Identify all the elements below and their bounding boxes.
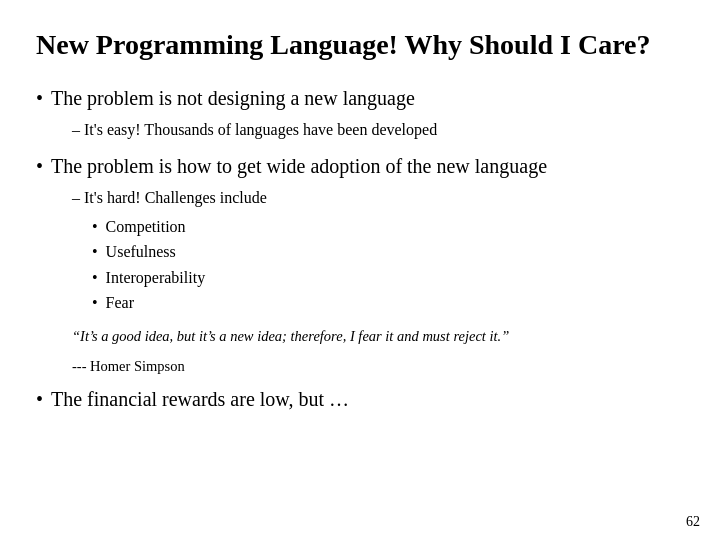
bullet-3-dot: • <box>36 385 43 413</box>
list-item: • Fear <box>92 290 684 316</box>
slide-title: New Programming Language! Why Should I C… <box>36 28 684 62</box>
bullet-1-sub: – It's easy! Thousands of languages have… <box>72 118 684 142</box>
quote-text: “It’s a good idea, but it’s a new idea; … <box>72 326 684 348</box>
slide: New Programming Language! Why Should I C… <box>0 0 720 540</box>
list-item: • Competition <box>92 214 684 240</box>
list-item-dot: • <box>92 290 98 316</box>
bullet-2-dot: • <box>36 152 43 180</box>
bullet-1-dot: • <box>36 84 43 112</box>
list-item-dot: • <box>92 239 98 265</box>
bullet-2-text: The problem is how to get wide adoption … <box>51 152 547 180</box>
bullet-3-text: The financial rewards are low, but … <box>51 385 349 413</box>
list-item-text: Fear <box>106 290 134 316</box>
list-item-text: Usefulness <box>106 239 176 265</box>
bullet-2: • The problem is how to get wide adoptio… <box>36 152 684 180</box>
list-item-dot: • <box>92 214 98 240</box>
sub-sub-list: • Competition • Usefulness • Interoperab… <box>92 214 684 316</box>
bullet-1: • The problem is not designing a new lan… <box>36 84 684 112</box>
bullet-3: • The financial rewards are low, but … <box>36 385 684 413</box>
list-item: • Interoperability <box>92 265 684 291</box>
list-item-text: Competition <box>106 214 186 240</box>
bullet-1-text: The problem is not designing a new langu… <box>51 84 415 112</box>
list-item-dot: • <box>92 265 98 291</box>
quote-attribution: --- Homer Simpson <box>72 358 684 375</box>
bullet-2-sub-dash: – It's hard! Challenges include <box>72 186 684 210</box>
page-number: 62 <box>686 514 700 530</box>
list-item: • Usefulness <box>92 239 684 265</box>
list-item-text: Interoperability <box>106 265 206 291</box>
